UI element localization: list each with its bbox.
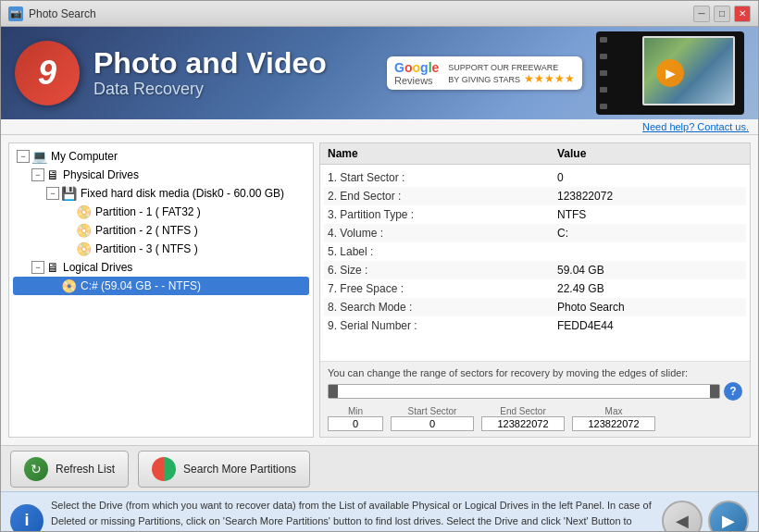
detail-name-4: 5. Label : xyxy=(328,245,557,258)
slider-min: Min xyxy=(328,406,383,431)
refresh-icon: ↻ xyxy=(24,457,48,481)
slider-label: You can change the range of sectors for … xyxy=(328,367,742,378)
slider-thumb-left[interactable] xyxy=(329,385,338,398)
disk0-icon: 💾 xyxy=(61,186,77,201)
tree-partition2[interactable]: 📀 Partition - 2 ( NTFS ) xyxy=(13,221,309,240)
detail-value-3: C: xyxy=(557,227,742,240)
slider-area: You can change the range of sectors for … xyxy=(320,361,750,437)
detail-row: 8. Search Mode : Photo Search xyxy=(324,298,746,316)
detail-row: 9. Serial Number : FEDD4E44 xyxy=(324,316,746,335)
tree-disk0[interactable]: − 💾 Fixed hard disk media (Disk0 - 60.00… xyxy=(13,184,309,203)
stars: ★★★★★ xyxy=(524,72,575,85)
status-text: Select the Drive (from which you want to… xyxy=(51,498,654,532)
tree-toggle-disk0[interactable]: − xyxy=(46,187,59,200)
slider-thumb-right[interactable] xyxy=(710,385,719,398)
slider-end-label: End Sector xyxy=(500,406,545,416)
next-button[interactable]: ▶ xyxy=(708,501,749,532)
detail-name-2: 3. Partition Type : xyxy=(328,208,557,221)
nav-buttons: ◀ ▶ xyxy=(662,501,749,532)
c-drive-icon: 📀 xyxy=(61,278,77,293)
tree-partition3[interactable]: 📀 Partition - 3 ( NTFS ) xyxy=(13,240,309,258)
slider-start: Start Sector xyxy=(391,406,474,431)
restore-button[interactable]: □ xyxy=(714,6,730,22)
detail-row: 2. End Sector : 123822072 xyxy=(324,187,746,205)
detail-row: 4. Volume : C: xyxy=(324,224,746,242)
detail-name-1: 2. End Sector : xyxy=(328,190,557,203)
search-partitions-icon xyxy=(152,457,176,481)
slider-track[interactable] xyxy=(328,384,720,399)
detail-name-6: 7. Free Space : xyxy=(328,282,557,295)
support-text: SUPPORT OUR FREEWARE xyxy=(448,63,575,72)
back-button[interactable]: ◀ xyxy=(662,501,703,532)
details-panel: Name Value 1. Start Sector : 0 2. End Se… xyxy=(319,142,751,438)
slider-container: ? xyxy=(328,382,742,401)
help-link[interactable]: Need help? Contact us. xyxy=(1,119,758,135)
search-partitions-label: Search More Partitions xyxy=(183,463,296,476)
main-content: − 💻 My Computer − 🖥 Physical Drives − 💾 … xyxy=(1,135,758,445)
physical-drives-icon: 🖥 xyxy=(46,167,59,182)
search-partitions-button[interactable]: Search More Partitions xyxy=(138,451,310,488)
tree-label-disk0: Fixed hard disk media (Disk0 - 60.00 GB) xyxy=(81,187,284,200)
tree-label-partition1: Partition - 1 ( FAT32 ) xyxy=(95,205,201,218)
bottom-toolbar: ↻ Refresh List Search More Partitions xyxy=(1,445,758,491)
detail-value-6: 22.49 GB xyxy=(557,282,742,295)
tree-toggle-physical[interactable]: − xyxy=(31,168,44,181)
tree-label-partition2: Partition - 2 ( NTFS ) xyxy=(95,224,198,237)
detail-value-0: 0 xyxy=(557,171,742,184)
refresh-button[interactable]: ↻ Refresh List xyxy=(10,451,129,488)
tree-partition1[interactable]: 📀 Partition - 1 ( FAT32 ) xyxy=(13,203,309,221)
tree-label-logical: Logical Drives xyxy=(63,261,132,274)
minimize-button[interactable]: ─ xyxy=(693,6,710,22)
tree-physical-drives[interactable]: − 🖥 Physical Drives xyxy=(13,166,309,184)
title-line2: Data Recovery xyxy=(93,80,387,99)
slider-max-label: Max xyxy=(605,406,623,416)
detail-value-1: 123822072 xyxy=(557,190,742,203)
tree-label-computer: My Computer xyxy=(51,150,118,163)
tree-c-drive[interactable]: 📀 C:# (59.04 GB - - NTFS) xyxy=(13,277,309,295)
detail-value-2: NTFS xyxy=(557,208,742,221)
detail-value-8: FEDD4E44 xyxy=(557,319,742,332)
title-bar-buttons: ─ □ ✕ xyxy=(693,6,751,22)
tree-label-partition3: Partition - 3 ( NTFS ) xyxy=(95,242,198,255)
filmstrip: ▶ xyxy=(596,31,744,115)
detail-name-3: 4. Volume : xyxy=(328,227,557,240)
details-table: 1. Start Sector : 0 2. End Sector : 1238… xyxy=(320,165,750,361)
col-header-value: Value xyxy=(557,147,742,160)
tree-panel: − 💻 My Computer − 🖥 Physical Drives − 💾 … xyxy=(8,142,314,438)
title-bar-text: Photo Search xyxy=(29,7,693,20)
tree-label-physical: Physical Drives xyxy=(63,168,139,181)
tree-my-computer[interactable]: − 💻 My Computer xyxy=(13,147,309,166)
tree-toggle-logical[interactable]: − xyxy=(31,261,44,274)
slider-max-input[interactable] xyxy=(572,416,655,431)
slider-start-input[interactable] xyxy=(391,416,474,431)
detail-row: 6. Size : 59.04 GB xyxy=(324,261,746,279)
header-title: Photo and Video Data Recovery xyxy=(93,47,387,99)
google-badge: Google Reviews SUPPORT OUR FREEWARE BY G… xyxy=(387,56,582,90)
slider-min-input[interactable] xyxy=(328,416,383,431)
app-icon: 📷 xyxy=(8,6,23,21)
detail-name-8: 9. Serial Number : xyxy=(328,319,557,332)
detail-row: 3. Partition Type : NTFS xyxy=(324,205,746,224)
partition3-icon: 📀 xyxy=(76,241,92,256)
detail-row: 7. Free Space : 22.49 GB xyxy=(324,279,746,298)
detail-value-4 xyxy=(557,245,742,258)
google-logo: Google xyxy=(394,60,439,75)
slider-help-icon[interactable]: ? xyxy=(724,382,742,401)
slider-end: End Sector xyxy=(481,406,565,431)
detail-name-5: 6. Size : xyxy=(328,264,557,277)
tree-label-c-drive: C:# (59.04 GB - - NTFS) xyxy=(81,279,201,292)
partition1-icon: 📀 xyxy=(76,204,92,219)
slider-end-input[interactable] xyxy=(481,416,565,431)
logo: 9 xyxy=(15,41,80,105)
detail-row: 1. Start Sector : 0 xyxy=(324,168,746,187)
status-bar: i Select the Drive (from which you want … xyxy=(1,491,758,532)
detail-name-0: 1. Start Sector : xyxy=(328,171,557,184)
detail-name-7: 8. Search Mode : xyxy=(328,301,557,314)
detail-row: 5. Label : xyxy=(324,242,746,261)
tree-logical-drives[interactable]: − 🖥 Logical Drives xyxy=(13,258,309,277)
close-button[interactable]: ✕ xyxy=(734,6,751,22)
details-header: Name Value xyxy=(320,143,750,165)
header: 9 Photo and Video Data Recovery Google R… xyxy=(1,27,758,119)
tree-toggle-computer[interactable]: − xyxy=(17,150,30,163)
status-info-icon: i xyxy=(10,504,44,532)
